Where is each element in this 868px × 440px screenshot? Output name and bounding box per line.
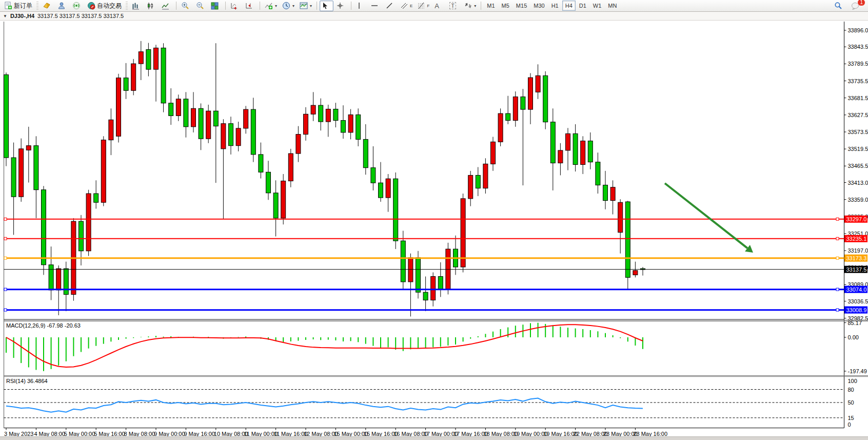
periods-button[interactable]: ▾ (280, 1, 297, 11)
crosshair-icon (337, 2, 344, 9)
signals-button[interactable] (70, 1, 84, 11)
vertical-line-tool-button[interactable] (354, 1, 368, 11)
candle (64, 269, 68, 294)
candle (4, 75, 9, 158)
cursor-tool-button[interactable] (320, 1, 333, 11)
candle (42, 190, 46, 265)
time-axis[interactable]: 3 May 20234 May 08:005 May 00:005 May 16… (4, 428, 667, 437)
main-toolbar: 新订单 自动交易 ▾ ▾ (0, 0, 868, 12)
hline-handle[interactable] (836, 257, 839, 259)
vertical-line-icon (356, 2, 362, 9)
line-chart-button[interactable] (160, 1, 173, 11)
price-tag-label: 33235.1 (846, 236, 867, 242)
candle (221, 124, 226, 149)
candle (288, 154, 293, 181)
toolbar-separator (351, 2, 351, 10)
candle (423, 292, 428, 300)
candle (573, 133, 578, 164)
arrows-tool-button[interactable]: ▾ (462, 1, 478, 11)
dropdown-caret: ▾ (292, 4, 294, 8)
timeframe-m30[interactable]: M30 (530, 1, 547, 11)
toolbar-grip (36, 2, 38, 10)
timeframe-m15[interactable]: M15 (513, 1, 530, 11)
new-order-button[interactable]: 新订单 (2, 1, 34, 11)
zoom-out-button[interactable] (194, 1, 208, 11)
timeframe-w1[interactable]: W1 (590, 1, 605, 11)
hline-handle[interactable] (4, 218, 7, 220)
candle (213, 111, 218, 126)
candle (176, 99, 181, 116)
fibonacci-icon (418, 2, 425, 9)
mt4-window: { "toolbar": { "new_order_label": "新订单",… (0, 0, 868, 440)
profile-button[interactable] (55, 1, 69, 11)
text-tool-button[interactable]: A (432, 1, 446, 11)
timeframe-h4[interactable]: H4 (562, 1, 576, 11)
hline-handle[interactable] (4, 288, 7, 291)
candle (506, 113, 510, 121)
chart-canvas[interactable]: 33896.033843.533789.533735.533681.533627… (0, 21, 868, 436)
candle (311, 105, 315, 114)
candle (184, 99, 188, 127)
bar-chart-button[interactable] (130, 1, 144, 11)
hline-handle[interactable] (836, 237, 839, 240)
templates-button[interactable]: ▾ (298, 1, 314, 11)
svg-text:19 May 00:00: 19 May 00:00 (514, 431, 548, 437)
svg-text:8 May 08:00: 8 May 08:00 (124, 431, 155, 437)
search-button[interactable] (832, 1, 846, 11)
svg-text:33789.5: 33789.5 (848, 61, 868, 67)
candle (199, 108, 203, 139)
timeframe-group: M1M5M15M30H1H4D1W1MN (484, 1, 620, 11)
candle (259, 155, 263, 172)
auto-scroll-button[interactable] (228, 1, 242, 11)
timeframe-d1[interactable]: D1 (576, 1, 589, 11)
candle (483, 164, 488, 188)
svg-text:33681.5: 33681.5 (848, 95, 868, 101)
notifications-button[interactable]: 1 (849, 1, 863, 11)
fibonacci-tool-button[interactable]: F (416, 1, 431, 11)
text-label-icon: T (449, 2, 456, 9)
candlestick-chart-button[interactable] (145, 1, 159, 11)
chart-shift-button[interactable] (243, 1, 257, 11)
candle (266, 172, 271, 193)
svg-text:33627.5: 33627.5 (848, 112, 868, 118)
trendline-tool-button[interactable] (384, 1, 398, 11)
candle (543, 75, 548, 122)
timeframe-m5[interactable]: M5 (499, 1, 512, 11)
horizontal-line-tool-button[interactable] (369, 1, 383, 11)
tile-windows-button[interactable] (209, 1, 223, 11)
chart-title-bar: ▼ DJ30-,H4 33137.5 33137.5 33137.5 33137… (0, 12, 868, 21)
candle (26, 146, 31, 150)
timeframe-m1[interactable]: M1 (484, 1, 498, 11)
chart-symbol-period: DJ30-,H4 (10, 13, 34, 19)
candle (461, 199, 465, 267)
timeframe-mn[interactable]: MN (605, 1, 620, 11)
candle (94, 194, 98, 202)
hline-handle[interactable] (836, 309, 839, 311)
indicators-button[interactable]: ▾ (263, 1, 279, 11)
profile-icon (57, 2, 66, 10)
styler-button[interactable] (41, 1, 54, 11)
timeframe-h1[interactable]: H1 (548, 1, 562, 11)
candle (296, 135, 301, 154)
candle (161, 48, 166, 103)
candle (566, 133, 570, 150)
zoom-in-button[interactable] (179, 1, 193, 11)
auto-trading-button[interactable]: 自动交易 (85, 1, 124, 11)
hline-handle[interactable] (4, 257, 7, 259)
candle (513, 97, 518, 121)
crosshair-tool-button[interactable] (334, 1, 348, 11)
svg-text:11 May 00:00: 11 May 00:00 (244, 431, 278, 437)
hline-handle[interactable] (4, 309, 7, 311)
candle (408, 258, 413, 282)
periods-clock-icon (282, 2, 290, 10)
candle (596, 162, 600, 185)
candle (34, 146, 38, 190)
hline-handle[interactable] (836, 288, 839, 291)
hline-handle[interactable] (4, 237, 7, 240)
svg-text:3 May 2023: 3 May 2023 (4, 431, 33, 437)
chart-collapse-icon[interactable]: ▼ (3, 14, 7, 18)
channel-tool-button[interactable]: E (399, 1, 415, 11)
rsi-label: RSI(14) 36.4864 (6, 378, 48, 384)
hline-handle[interactable] (836, 218, 839, 220)
text-label-tool-button[interactable]: T (447, 1, 461, 11)
